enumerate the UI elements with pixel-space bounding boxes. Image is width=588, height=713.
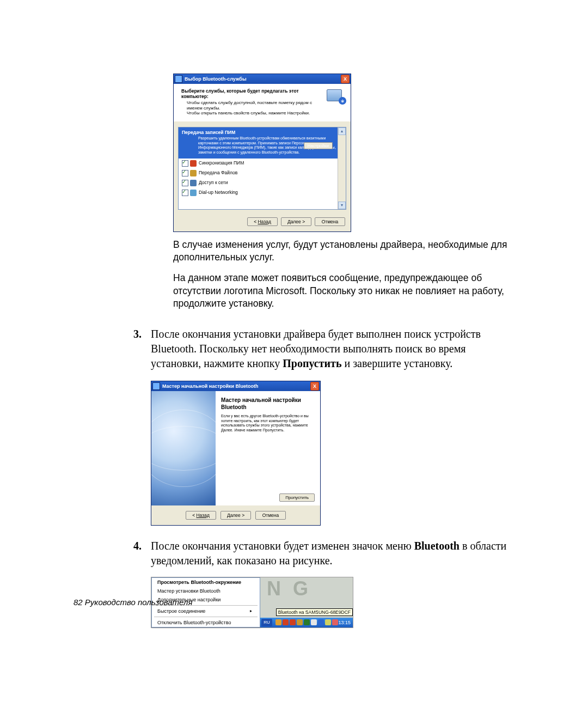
service-item-selected[interactable]: Передача записей ПИМ Разрешить удаленным…	[179, 127, 346, 159]
service-label: Доступ к сети	[199, 180, 228, 185]
service-item[interactable]: Передача Файлов	[179, 168, 346, 178]
step-text: После окончания установки будет изменен …	[151, 539, 514, 568]
tray-icon[interactable]	[318, 619, 324, 625]
page-footer: 82 Руководство пользователя	[74, 598, 192, 607]
bluetooth-app-icon	[152, 382, 160, 390]
settings-button[interactable]: Настройки	[304, 142, 333, 149]
titlebar-text: Выбор Bluetooth-службы	[185, 76, 341, 82]
dialog-header-sub1: Чтобы сделать службу доступной, поставьт…	[181, 100, 323, 111]
service-item[interactable]: Синхронизация ПИМ	[179, 159, 346, 168]
service-item[interactable]: Доступ к сети	[179, 178, 346, 188]
paragraph: На данном этапе может появиться сообщени…	[173, 272, 511, 310]
tray-icon[interactable]	[311, 619, 317, 625]
network-access-icon	[190, 180, 197, 186]
scroll-down-icon[interactable]: ▾	[338, 202, 346, 209]
titlebar[interactable]: Мастер начальной настройки Bluetooth X	[151, 381, 320, 391]
menu-item-wizard[interactable]: Мастер установки Bluetooth	[152, 587, 260, 595]
taskbar[interactable]: RU 13:15	[260, 618, 353, 627]
next-button[interactable]: Далее >	[281, 217, 311, 226]
step-number: 3.	[133, 327, 151, 371]
checkbox-icon[interactable]	[182, 160, 188, 167]
pim-sync-icon	[190, 160, 197, 167]
step-3: 3. После окончания установки драйвера бу…	[133, 327, 514, 371]
tray-icons	[275, 619, 338, 625]
dialog-header: Выберите службы, которые будет предлагат…	[174, 84, 351, 121]
back-button[interactable]: < Назад	[186, 511, 216, 520]
tray-icon[interactable]	[304, 619, 310, 625]
button-bar: < Назад Далее > Отмена	[151, 505, 320, 525]
titlebar[interactable]: Выбор Bluetooth-службы X	[174, 74, 351, 84]
paragraph: В случае изменения услуг, будут установл…	[173, 239, 511, 264]
wizard-title: Мастер начальной настройки Bluetooth	[221, 397, 315, 411]
tray-icon[interactable]	[297, 619, 303, 625]
bluetooth-tooltip: Bluetooth на SAMSUNG-68E9DCF	[276, 608, 353, 616]
file-transfer-icon	[190, 170, 197, 176]
skip-button[interactable]: Пропустить	[279, 493, 315, 502]
service-item[interactable]: Dial-up Networking	[179, 188, 346, 198]
clock: 13:15	[338, 620, 351, 625]
service-label: Dial-up Networking	[199, 190, 238, 195]
desktop-background: N G Bluetooth на SAMSUNG-68E9DCF RU 13:1…	[260, 577, 353, 627]
service-label: Передача Файлов	[199, 170, 237, 175]
back-button[interactable]: < Назад	[247, 217, 278, 226]
bluetooth-app-icon	[175, 75, 182, 83]
menu-item-browse[interactable]: Просмотреть Bluetooth-окружение	[152, 578, 260, 587]
scrollbar[interactable]: ▴ ▾	[338, 127, 346, 209]
wizard-description: Если у вас есть другое Bluetooth-устройс…	[221, 414, 315, 433]
dialog-header-sub2: Чтобы открыть панель свойств службы, наж…	[181, 111, 323, 116]
wallpaper-text: N G	[267, 577, 311, 600]
language-indicator[interactable]: RU	[261, 619, 272, 626]
tray-icon[interactable]	[332, 619, 338, 625]
tray-icon[interactable]	[325, 619, 331, 625]
tray-icon[interactable]	[283, 619, 289, 625]
dialup-icon	[190, 190, 197, 196]
wizard-globe-icon	[151, 391, 216, 505]
services-list: Передача записей ПИМ Разрешить удаленным…	[178, 127, 346, 210]
menu-item-disable[interactable]: Отключить Bluetooth-устройство	[152, 618, 260, 627]
service-title: Передача записей ПИМ	[182, 130, 342, 135]
menu-item-quick-connect[interactable]: Быстрое соединение▸	[152, 607, 260, 616]
service-label: Синхронизация ПИМ	[199, 160, 244, 166]
bluetooth-services-dialog: Выбор Bluetooth-службы X Выберите службы…	[173, 74, 351, 232]
tray-icon[interactable]	[275, 619, 281, 625]
cancel-button[interactable]: Отмена	[315, 217, 345, 226]
tray-icon[interactable]	[290, 619, 296, 625]
computer-bluetooth-icon: ∗	[327, 88, 345, 103]
close-icon[interactable]: X	[310, 382, 319, 391]
separator	[154, 617, 258, 617]
chevron-right-icon: ▸	[250, 608, 252, 613]
dialog-header-title: Выберите службы, которые будет предлагат…	[181, 88, 323, 99]
bluetooth-setup-wizard-dialog: Мастер начальной настройки Bluetooth X М…	[151, 381, 321, 526]
checkbox-icon[interactable]	[182, 180, 188, 186]
cancel-button[interactable]: Отмена	[255, 511, 286, 520]
checkbox-icon[interactable]	[182, 190, 188, 196]
step-number: 4.	[133, 539, 151, 568]
scroll-up-icon[interactable]: ▴	[338, 127, 346, 135]
step-4: 4. После окончания установки будет измен…	[133, 539, 514, 568]
step-text: После окончания установки драйвера будет…	[151, 327, 514, 371]
close-icon[interactable]: X	[341, 75, 350, 83]
titlebar-text: Мастер начальной настройки Bluetooth	[162, 383, 310, 389]
next-button[interactable]: Далее >	[220, 511, 251, 520]
button-bar: < Назад Далее > Отмена	[174, 210, 351, 231]
checkbox-icon[interactable]	[182, 170, 188, 176]
